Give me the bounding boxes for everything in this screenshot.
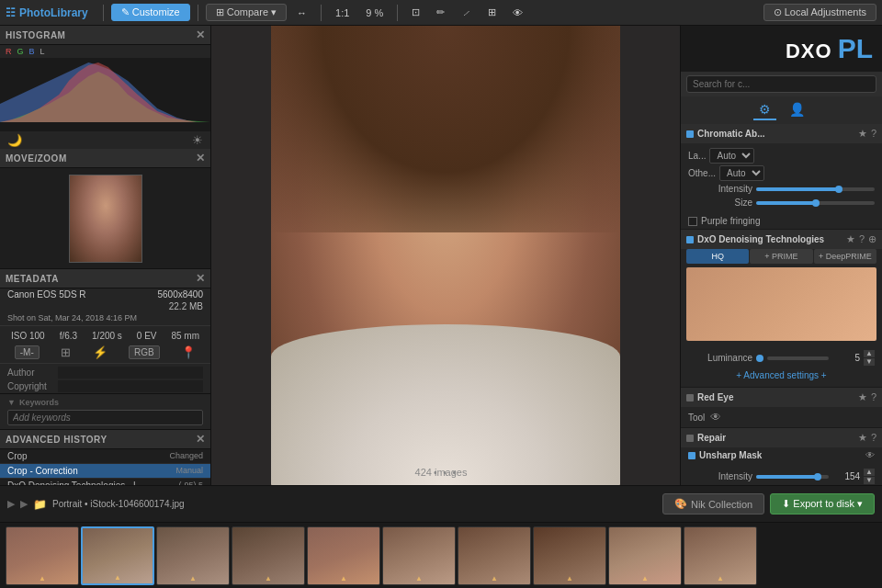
denoising-lum-down[interactable]: ▼ (864, 358, 875, 366)
filmstrip-thumb-5[interactable] (307, 526, 380, 585)
denoise-tab-hq[interactable]: HQ (686, 249, 749, 264)
denoising-target-icon[interactable]: ⊕ (868, 233, 876, 245)
local-adj-btn[interactable]: ⊙ Local Adjustments (763, 4, 876, 21)
red-eye-header[interactable]: Red Eye ★ ? (681, 388, 882, 407)
red-eye-content: Tool 👁 (681, 407, 882, 427)
meta-tools-row: -M- ⊞ ⚡ RGB 📍 (0, 344, 210, 361)
compare-btn[interactable]: ⊞ Compare ▾ (206, 4, 287, 21)
history-item[interactable]: DxO Denoising Technologies - L... (-95) … (0, 479, 210, 485)
history-item[interactable]: Crop Changed (0, 449, 210, 464)
repair-star-icon[interactable]: ★ (858, 432, 867, 444)
hist-g-label: G (17, 47, 24, 56)
history-item[interactable]: Crop - Correction Manual (0, 464, 210, 479)
meta-grid-icon[interactable]: ⊞ (61, 345, 71, 359)
right-panel: DXO PL ⚙ 👤 Chromatic Ab... ★ ? (680, 26, 882, 485)
meta-exif-row: ISO 100 f/6.3 1/200 s 0 EV 85 mm (0, 328, 210, 344)
nik-label: Nik Collection (691, 499, 752, 510)
red-eye-star-icon[interactable]: ★ (858, 391, 867, 403)
chrom-other-select[interactable]: Auto (719, 165, 764, 181)
filmstrip-thumb-4[interactable] (232, 526, 305, 585)
filmstrip-thumb-9[interactable] (608, 526, 682, 585)
rp-search-input[interactable] (686, 75, 876, 93)
filmstrip-thumb-8[interactable] (533, 526, 606, 585)
unsharp-intensity-slider[interactable] (756, 475, 829, 479)
movezoom-header: MOVE/ZOOM ✕ (0, 149, 210, 168)
filmstrip-thumb-10[interactable] (684, 526, 757, 585)
filmstrip-thumb-3[interactable] (156, 526, 230, 585)
movezoom-area[interactable] (0, 168, 210, 269)
repair-header[interactable]: Repair ★ ? (681, 428, 882, 447)
histogram-header: HISTOGRAM ✕ (0, 26, 210, 45)
denoising-lum-slider[interactable] (767, 356, 829, 360)
chrom-intensity-handle (835, 186, 842, 193)
rp-tab-sliders[interactable]: ⚙ (753, 100, 776, 120)
denoise-tab-deepprime[interactable]: + DeepPRIME (814, 249, 876, 264)
red-eye-tool-icon[interactable]: 👁 (710, 411, 721, 424)
filmstrip-thumb-2[interactable] (81, 526, 154, 585)
keywords-toggle[interactable]: ▼ Keywords (7, 398, 203, 407)
movezoom-close-btn[interactable]: ✕ (196, 152, 206, 164)
denoising-indicator (686, 236, 694, 243)
pen-icon-btn[interactable]: ✏ (430, 4, 451, 21)
metadata-close-btn[interactable]: ✕ (196, 272, 206, 285)
nik-collection-btn[interactable]: 🎨 Nik Collection (662, 493, 764, 514)
denoising-star-icon[interactable]: ★ (846, 233, 855, 245)
sun-icon: ☀ (192, 133, 203, 147)
filmstrip-thumb-1[interactable] (6, 526, 79, 585)
chrom-other-label: Othe... (688, 168, 716, 178)
eye-icon-btn[interactable]: 👁 (506, 5, 529, 21)
zoom-level-btn[interactable]: 9 % (359, 5, 390, 21)
chromatic-star-icon[interactable]: ★ (858, 128, 867, 140)
denoising-header[interactable]: DxO Denoising Technologies ★ ? ⊕ (681, 230, 882, 249)
separator-2 (198, 5, 198, 21)
chrom-intensity-slider[interactable] (756, 187, 875, 191)
purple-fringe-checkbox[interactable] (688, 217, 697, 226)
top-bar-right: ⊙ Local Adjustments (763, 4, 876, 21)
photo-icon: ☷ (6, 6, 16, 19)
center-image-area: ◀ ▶ • • • (211, 26, 680, 485)
denoising-section: DxO Denoising Technologies ★ ? ⊕ HQ + PR… (681, 230, 882, 388)
grid-icon-btn[interactable]: ⊞ (481, 4, 503, 21)
unsharp-intensity-row: Intensity 154 ▲ ▼ (688, 467, 875, 485)
line-icon-btn[interactable]: ⟋ (455, 5, 478, 21)
unsharp-header: Unsharp Mask 👁 (681, 447, 882, 463)
filmstrip-thumb-6[interactable] (382, 526, 456, 585)
zoom-1to1-btn[interactable]: 1:1 (329, 5, 356, 21)
crop-btn[interactable]: ⊡ (405, 4, 426, 21)
history-close-btn[interactable]: ✕ (196, 433, 206, 446)
denoise-tab-prime[interactable]: + PRIME (750, 249, 812, 264)
unsharp-intensity-down[interactable]: ▼ (864, 477, 875, 484)
keywords-input[interactable] (7, 410, 203, 425)
repair-help-icon[interactable]: ? (871, 432, 876, 444)
histogram-close-btn[interactable]: ✕ (196, 28, 206, 41)
meta-copyright-input[interactable] (58, 380, 203, 392)
meta-author-input[interactable] (58, 367, 203, 379)
separator-4 (397, 5, 398, 21)
meta-shot-row: Shot on Sat, Mar 24, 2018 4:16 PM (0, 312, 210, 323)
export-btn[interactable]: ⬇ Export to disk ▾ (770, 493, 875, 514)
customize-btn[interactable]: ✎ Customize (111, 4, 190, 21)
denoising-help-icon[interactable]: ? (859, 233, 865, 245)
unsharp-intensity-stepper[interactable]: ▲ ▼ (864, 469, 875, 484)
unsharp-intensity-fill (756, 475, 818, 479)
chromatic-ab-header[interactable]: Chromatic Ab... ★ ? (681, 124, 882, 143)
rp-tab-person[interactable]: 👤 (784, 100, 810, 120)
chromatic-help-icon[interactable]: ? (871, 128, 876, 140)
denoising-lum-up[interactable]: ▲ (864, 350, 875, 357)
unsharp-eye-icon[interactable]: 👁 (865, 450, 875, 460)
unsharp-intensity-up[interactable]: ▲ (864, 469, 875, 476)
chromatic-indicator (686, 130, 694, 138)
denoising-adv-link[interactable]: + Advanced settings + (688, 368, 875, 383)
filmstrip-thumb-7[interactable] (458, 526, 531, 585)
denoising-lum-stepper[interactable]: ▲ ▼ (864, 350, 875, 366)
metadata-title: METADATA (6, 274, 59, 284)
left-panel: HISTOGRAM ✕ R G B L 🌙 ☀ MOVE/ZOOM (0, 26, 211, 485)
fit-btn[interactable]: ↔ (290, 5, 313, 21)
red-eye-help-icon[interactable]: ? (871, 391, 876, 403)
rp-tabs: ⚙ 👤 (681, 96, 882, 124)
denoising-luminance-row: Luminance 5 ▲ ▼ (688, 348, 875, 368)
bottom-arrow-icon-1: ▶ (7, 498, 15, 510)
chrom-size-slider[interactable] (756, 201, 875, 205)
chrom-lateral-select[interactable]: Auto (709, 148, 754, 164)
chrom-intensity-fill (756, 187, 839, 191)
